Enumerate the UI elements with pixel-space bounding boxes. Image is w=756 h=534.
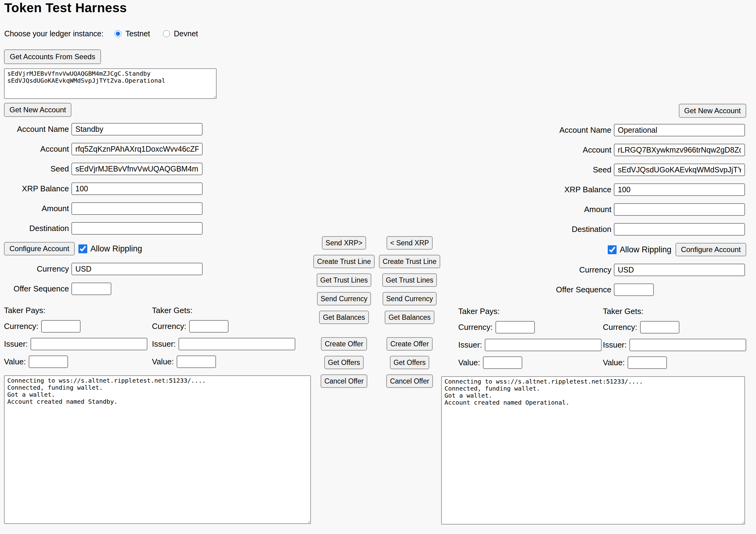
taker-currency-label: Currency: [152,322,186,331]
standby-get-offers-button[interactable]: Get Offers [324,356,364,369]
standby-taker-pays-currency-input[interactable] [41,320,81,333]
operational-amount-input[interactable] [614,203,745,216]
devnet-radio[interactable] [163,30,170,37]
taker-issuer-label: Issuer: [4,339,28,349]
standby-taker-gets-value-input[interactable] [176,355,216,368]
operational-taker-gets-currency-input[interactable] [640,321,679,333]
operational-destination-input[interactable] [614,223,745,236]
operational-account-name-input[interactable] [614,124,745,136]
standby-send-currency-button[interactable]: Send Currency [317,292,371,305]
seed-label: Seed [4,164,69,174]
operational-taker-pays-currency-row: Currency: [458,321,535,333]
seeds-textarea[interactable]: sEdVjrMJEBvVfnvVwUQAQGBM4mZJCgC.Standby … [4,68,217,99]
operational-taker-pays-issuer-input[interactable] [485,339,602,351]
operational-results-log[interactable]: Connecting to wss://s.altnet.rippletest.… [441,376,745,524]
destination-label: Destination [441,225,611,234]
standby-offer-sequence-row: Offer Sequence [4,283,312,295]
amount-label: Amount [441,205,611,214]
taker-currency-label: Currency: [603,323,637,332]
standby-xrp-balance-input[interactable] [71,183,202,195]
operational-create-trust-line-button[interactable]: Create Trust Line [379,255,440,268]
operational-offer-sequence-input[interactable] [614,284,654,296]
operational-taker-gets-value-row: Value: [603,356,667,369]
operational-get-trust-lines-button[interactable]: Get Trust Lines [382,273,437,287]
standby-offer-sequence-input[interactable] [71,283,111,295]
operational-xrp-balance-input[interactable] [614,183,745,196]
operational-amount-row: Amount [441,203,746,216]
currency-label: Currency [441,265,611,275]
account-name-label: Account Name [441,126,611,135]
operational-account-panel: Get New Account Account Name Account See… [441,104,746,526]
standby-account-name-input[interactable] [71,123,202,135]
operational-taker-pays-currency-input[interactable] [496,321,535,333]
standby-configure-account-button[interactable]: Configure Account [4,242,75,255]
standby-destination-row: Destination [4,222,312,235]
standby-currency-input[interactable] [71,263,202,275]
taker-issuer-label: Issuer: [603,340,627,350]
standby-amount-input[interactable] [71,202,202,215]
ledger-option-testnet[interactable]: Testnet [114,29,150,38]
standby-command-stack: Send XRP> Create Trust Line Get Trust Li… [311,236,377,388]
operational-cancel-offer-button[interactable]: Cancel Offer [386,375,433,388]
standby-get-balances-button[interactable]: Get Balances [319,311,368,324]
standby-cancel-offer-button[interactable]: Cancel Offer [321,375,367,388]
operational-configure-account-button[interactable]: Configure Account [675,243,746,256]
operational-currency-input[interactable] [614,264,745,276]
standby-create-offer-button[interactable]: Create Offer [321,337,367,351]
ledger-option-devnet[interactable]: Devnet [163,29,198,38]
operational-configure-row: Allow Rippling Configure Account [441,243,746,256]
currency-label: Currency [4,264,69,274]
operational-send-xrp-button[interactable]: < Send XRP [387,236,433,250]
operational-account-name-row: Account Name [441,124,746,136]
operational-account-input[interactable] [614,144,745,156]
standby-taker-gets-issuer-row: Issuer: [152,338,295,350]
standby-create-trust-line-button[interactable]: Create Trust Line [313,255,374,268]
offer-sequence-label: Offer Sequence [4,284,69,294]
standby-account-input[interactable] [71,143,202,155]
operational-seed-input[interactable] [614,163,745,176]
operational-taker-pays-value-row: Value: [458,356,522,369]
standby-taker-pays-value-row: Value: [4,355,68,368]
operational-get-offers-button[interactable]: Get Offers [390,356,430,369]
operational-allow-rippling-checkbox[interactable] [608,245,617,254]
standby-taker-gets-issuer-input[interactable] [178,338,295,350]
standby-results-log[interactable]: Connecting to wss://s.altnet.rippletest.… [4,375,311,524]
get-accounts-from-seeds-button[interactable]: Get Accounts From Seeds [4,49,101,64]
taker-value-label: Value: [603,358,625,367]
allow-rippling-label: Allow Rippling [90,244,142,254]
xrp-balance-label: XRP Balance [441,185,611,194]
taker-gets-heading: Taker Gets: [603,307,643,316]
operational-send-currency-button[interactable]: Send Currency [383,292,437,305]
operational-taker-gets-value-input[interactable] [628,356,667,369]
destination-label: Destination [4,224,69,233]
standby-taker-gets-value-row: Value: [152,355,216,368]
operational-seed-row: Seed [441,163,746,176]
taker-value-label: Value: [152,357,174,366]
standby-taker-pays-issuer-input[interactable] [31,338,148,350]
operational-get-balances-button[interactable]: Get Balances [385,311,434,324]
standby-seed-input[interactable] [71,163,202,175]
taker-issuer-label: Issuer: [152,339,176,349]
standby-get-new-account-button[interactable]: Get New Account [4,103,71,117]
seed-label: Seed [441,165,611,175]
taker-issuer-label: Issuer: [458,340,482,350]
testnet-radio-label: Testnet [125,29,150,38]
standby-get-trust-lines-button[interactable]: Get Trust Lines [317,273,372,287]
operational-taker-pays-value-input[interactable] [483,356,522,369]
standby-currency-row: Currency [4,263,312,275]
testnet-radio[interactable] [114,30,122,37]
operational-create-offer-button[interactable]: Create Offer [387,337,432,351]
standby-send-xrp-button[interactable]: Send XRP> [322,236,366,250]
standby-account-name-row: Account Name [4,123,312,135]
allow-rippling-label: Allow Rippling [620,245,671,255]
standby-taker-gets-currency-input[interactable] [189,320,229,333]
standby-taker-pays-value-input[interactable] [29,355,68,368]
operational-taker-gets-currency-row: Currency: [603,321,679,333]
taker-pays-heading: Taker Pays: [458,307,500,316]
operational-taker-gets-issuer-input[interactable] [629,339,746,351]
operational-taker-section: Taker Pays: Currency: Issuer: Value: Tak… [458,307,746,369]
standby-allow-rippling-checkbox[interactable] [78,244,87,253]
standby-destination-input[interactable] [71,222,202,235]
operational-get-new-account-button[interactable]: Get New Account [679,104,746,118]
amount-label: Amount [4,204,69,213]
